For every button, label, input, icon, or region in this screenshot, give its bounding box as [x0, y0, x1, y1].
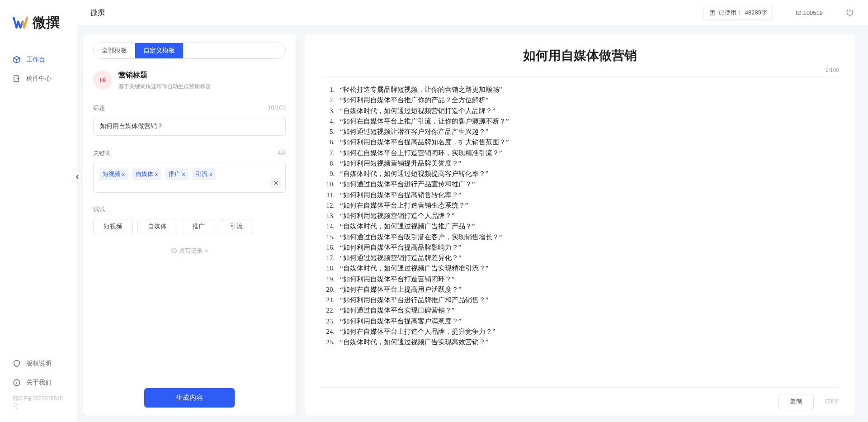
clock-icon	[171, 247, 177, 254]
user-id: ID:100519	[796, 9, 823, 16]
text-icon	[709, 9, 716, 16]
result-list-item: “如何利用自媒体平台进行品牌推广和产品销售？”	[336, 295, 839, 305]
template-title: 营销标题	[118, 71, 211, 80]
keyword-chip[interactable]: 引流 x	[192, 168, 216, 180]
header-title: 微撰	[90, 8, 694, 18]
bottom-nav: 版权说明 关于我们 鄂ICP备2022016946号	[0, 354, 77, 422]
result-list-item: “如何在自媒体平台上提高用户活跃度？”	[336, 284, 839, 295]
brand-text: 微撰	[33, 14, 60, 32]
copy-button[interactable]: 复制	[778, 394, 814, 409]
logo-icon	[13, 16, 28, 30]
result-list-item: “自媒体时代，如何通过视频广告实现精准引流？”	[336, 263, 839, 274]
result-list-item: “如何在自媒体平台上打造个人品牌，提升竞争力？”	[336, 327, 839, 337]
doc-arrow-icon	[13, 75, 21, 83]
result-list-item: “如何通过短视频让潜在客户对你产品产生兴趣？”	[336, 127, 839, 137]
result-list-item: “如何在自媒体平台上打造营销闭环，实现精准引流？”	[336, 148, 839, 158]
result-list-item: “如何在自媒体平台上推广引流，让你的客户源源不断？”	[336, 116, 839, 127]
result-list-item: “如何通过自媒体平台实现口碑营销？”	[336, 305, 839, 316]
result-meta: 9/100	[826, 67, 839, 73]
result-list-item: “轻松打造专属品牌短视频，让你的营销之路更加顺畅”	[336, 85, 839, 95]
close-icon	[274, 180, 278, 185]
sidebar-item-label: 工作台	[26, 56, 45, 64]
result-list-item: “如何利用自媒体平台提高销售转化率？”	[336, 190, 839, 200]
result-list-item: “自媒体时代，如何通过短视频提高客户转化率？”	[336, 169, 839, 179]
char-count: 658字	[825, 398, 839, 406]
fill-record-link[interactable]: 填写记录 >	[93, 247, 286, 255]
tab-custom-template[interactable]: 自定义模板	[135, 43, 183, 58]
usage-value: 48289字	[745, 9, 767, 17]
result-list-item: “如何在自媒体平台上打造营销生态系统？”	[336, 200, 839, 211]
header: 微撰 已使用： 48289字 ID:100519	[77, 0, 868, 25]
result-list-item: “如何利用自媒体平台推广你的产品？全方位解析”	[336, 95, 839, 105]
topic-input[interactable]	[93, 117, 286, 136]
main-nav: 工作台 稿件中心	[0, 50, 77, 354]
cube-icon	[13, 56, 21, 64]
result-list-item: “如何利用自媒体平台提高客户满意度？”	[336, 316, 839, 327]
keyword-chip[interactable]: 短视频 x	[99, 168, 128, 180]
keyword-chip[interactable]: 自媒体 x	[132, 168, 161, 180]
try-option[interactable]: 短视频	[93, 219, 133, 234]
result-list-item: “如何通过自媒体平台进行产品宣传和推广？”	[336, 179, 839, 190]
result-list-item: “如何利用自媒体平台提高品牌影响力？”	[336, 242, 839, 253]
power-button[interactable]	[845, 8, 854, 18]
try-row: 短视频 自媒体 推广 引流	[93, 219, 286, 234]
sidebar-item-label: 稿件中心	[26, 75, 52, 83]
result-list-item: “如何利用短视频营销提升品牌美誉度？”	[336, 158, 839, 169]
template-icon: Hi	[93, 71, 112, 90]
result-body: “轻松打造专属品牌短视频，让你的营销之路更加顺畅”“如何利用自媒体平台推广你的产…	[321, 76, 839, 387]
result-title: 如何用自媒体做营销	[321, 43, 839, 67]
result-list: “轻松打造专属品牌短视频，让你的营销之路更加顺畅”“如何利用自媒体平台推广你的产…	[321, 85, 839, 347]
keywords-box[interactable]: 短视频 x 自媒体 x 推广 x 引流 x	[93, 162, 286, 193]
result-panel: 如何用自媒体做营销 9/100 “轻松打造专属品牌短视频，让你的营销之路更加顺畅…	[305, 34, 855, 416]
result-list-item: “如何通过短视频营销打造品牌差异化？”	[336, 253, 839, 263]
usage-label: 已使用：	[719, 9, 742, 17]
tab-all-templates[interactable]: 全部模板	[94, 43, 135, 58]
topic-label: 话题	[93, 104, 105, 112]
generate-button[interactable]: 生成内容	[144, 388, 235, 408]
template-desc: 基于关键词快速帮你自动生成营销标题	[118, 83, 211, 90]
collapse-sidebar-button[interactable]	[74, 172, 80, 182]
topic-count: 10/100	[268, 104, 286, 112]
sidebar: 微撰 工作台 稿件中心 版权说明 关于我们 鄂ICP备2022016946号	[0, 0, 77, 422]
sidebar-item-workbench[interactable]: 工作台	[0, 50, 77, 69]
keywords-count: 4/6	[278, 149, 286, 157]
sidebar-item-about[interactable]: 关于我们	[0, 373, 77, 392]
logo: 微撰	[0, 14, 77, 50]
try-label: 试试	[93, 205, 286, 213]
keywords-clear-button[interactable]	[271, 178, 281, 188]
sidebar-item-label: 关于我们	[26, 379, 52, 387]
result-list-item: “如何利用自媒体平台打造营销闭环？”	[336, 274, 839, 284]
result-list-item: “如何利用短视频营销打造个人品牌？”	[336, 211, 839, 221]
try-option[interactable]: 推广	[182, 219, 215, 234]
info-icon	[13, 379, 21, 387]
result-list-item: “自媒体时代，如何通过短视频营销打造个人品牌？”	[336, 106, 839, 116]
result-list-item: “自媒体时代，如何通过视频广告推广产品？”	[336, 221, 839, 232]
keyword-chip[interactable]: 推广 x	[165, 168, 189, 180]
result-list-item: “如何通过自媒体平台吸引潜在客户，实现销售增长？”	[336, 232, 839, 242]
sidebar-item-drafts[interactable]: 稿件中心	[0, 69, 77, 88]
keywords-label: 关键词	[93, 149, 111, 157]
icp-footer: 鄂ICP备2022016946号	[0, 392, 77, 413]
template-tabs: 全部模板 自定义模板	[93, 43, 286, 59]
power-icon	[845, 8, 854, 17]
config-panel: 全部模板 自定义模板 Hi 营销标题 基于关键词快速帮你自动生成营销标题 话题 …	[83, 34, 296, 416]
sidebar-item-copyright[interactable]: 版权说明	[0, 354, 77, 373]
result-list-item: “自媒体时代，如何通过视频广告实现高效营销？”	[336, 337, 839, 347]
usage-badge[interactable]: 已使用： 48289字	[703, 6, 773, 19]
chevron-left-icon	[75, 175, 80, 179]
sidebar-item-label: 版权说明	[26, 360, 52, 368]
try-option[interactable]: 自媒体	[137, 219, 177, 234]
try-option[interactable]: 引流	[220, 219, 253, 234]
shield-icon	[13, 360, 21, 368]
result-list-item: “如何利用自媒体平台提高品牌知名度，扩大销售范围？”	[336, 137, 839, 147]
